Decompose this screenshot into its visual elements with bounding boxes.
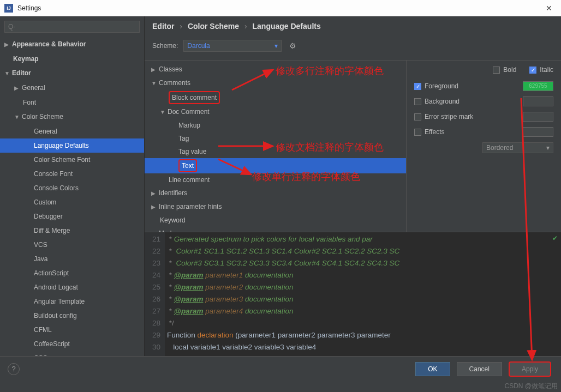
sidebar-item[interactable]: Editor bbox=[0, 66, 144, 81]
effects-dropdown[interactable]: Bordered ▾ bbox=[482, 142, 553, 153]
sidebar-item[interactable]: Angular Template bbox=[0, 294, 144, 309]
attribute-item[interactable]: Markup bbox=[145, 227, 406, 232]
tree-arrow-icon[interactable] bbox=[4, 39, 11, 50]
app-icon: IJ bbox=[4, 4, 13, 13]
sidebar-item[interactable]: Keymap bbox=[0, 52, 144, 66]
sidebar-item[interactable]: Diff & Merge bbox=[0, 224, 144, 238]
attribute-item[interactable]: Keyword bbox=[145, 214, 406, 227]
sidebar-item-label: General bbox=[22, 84, 45, 92]
tree-arrow-icon[interactable] bbox=[151, 64, 158, 75]
attribute-item-label: Comments bbox=[159, 79, 190, 87]
effects-checkbox[interactable]: Effects bbox=[414, 128, 444, 136]
sidebar-item-label: Appearance & Behavior bbox=[12, 40, 86, 48]
search-field[interactable] bbox=[4, 21, 140, 33]
sidebar-item[interactable]: VCS bbox=[0, 238, 144, 252]
attribute-item-label: Identifiers bbox=[159, 189, 187, 197]
breadcrumb-part[interactable]: Editor bbox=[152, 22, 174, 31]
sidebar-item[interactable]: Java bbox=[0, 252, 144, 266]
error-stripe-swatch[interactable] bbox=[523, 112, 553, 122]
dialog-footer: ? OK Cancel Apply bbox=[0, 356, 561, 381]
sidebar-item[interactable]: ActionScript bbox=[0, 266, 144, 280]
sidebar-item[interactable]: Font bbox=[0, 95, 144, 110]
editor-gutter: 21222324252627282930 bbox=[145, 232, 165, 367]
sidebar-item[interactable]: Language Defaults bbox=[0, 138, 144, 153]
sidebar-item[interactable]: Custom bbox=[0, 195, 144, 209]
attribute-item-label: Keyword bbox=[160, 216, 186, 224]
sidebar-item-label: VCS bbox=[34, 241, 47, 249]
watermark: CSDN @做笔记用 bbox=[504, 382, 558, 391]
attribute-item-label: Tag value bbox=[178, 148, 206, 155]
sidebar-item-label: Font bbox=[23, 99, 36, 106]
attribute-item[interactable]: Markup bbox=[145, 119, 406, 132]
editor-code[interactable]: * Generated spectrum to pick colors for … bbox=[165, 232, 561, 367]
error-stripe-checkbox[interactable]: Error stripe mark bbox=[414, 113, 473, 120]
cancel-button[interactable]: Cancel bbox=[457, 362, 502, 376]
attribute-item[interactable]: Identifiers bbox=[145, 186, 406, 200]
attribute-item[interactable]: Tag bbox=[145, 132, 406, 145]
background-swatch[interactable] bbox=[523, 97, 553, 106]
attribute-item[interactable]: Comments bbox=[145, 76, 406, 90]
attribute-item-label: Tag bbox=[178, 135, 189, 142]
sidebar-item-label: Buildout config bbox=[34, 312, 77, 319]
tree-arrow-icon[interactable] bbox=[160, 107, 166, 118]
tree-arrow-icon[interactable] bbox=[14, 83, 21, 94]
gear-icon[interactable]: ⚙ bbox=[287, 39, 299, 52]
sidebar-item-label: Debugger bbox=[34, 213, 63, 220]
bold-checkbox[interactable]: Bold bbox=[493, 66, 516, 74]
attribute-item[interactable]: Tag value bbox=[145, 145, 406, 158]
sidebar-item-label: Custom bbox=[34, 198, 56, 206]
sidebar-item[interactable]: Appearance & Behavior bbox=[0, 37, 144, 52]
foreground-swatch[interactable]: 629755 bbox=[523, 81, 553, 91]
attribute-item-label: Classes bbox=[159, 65, 182, 73]
effects-swatch[interactable] bbox=[523, 127, 553, 137]
tree-arrow-icon[interactable] bbox=[14, 112, 21, 123]
breadcrumb-part: Language Defaults bbox=[253, 22, 321, 31]
sidebar-item[interactable]: Debugger bbox=[0, 209, 144, 224]
attribute-item-label: Line comment bbox=[169, 176, 210, 184]
attribute-item[interactable]: Text bbox=[145, 158, 406, 173]
attribute-item[interactable]: Classes bbox=[145, 63, 406, 76]
ok-button[interactable]: OK bbox=[415, 362, 450, 376]
sidebar-item[interactable]: General bbox=[0, 81, 144, 95]
attribute-item[interactable]: Inline parameter hints bbox=[145, 200, 406, 214]
sidebar-item[interactable]: CFML bbox=[0, 323, 144, 337]
search-input[interactable] bbox=[4, 21, 140, 33]
sidebar-item[interactable]: Color Scheme bbox=[0, 110, 144, 124]
attribute-item[interactable]: Block comment bbox=[145, 90, 406, 105]
scheme-label: Scheme: bbox=[152, 42, 178, 50]
scheme-value: Darcula bbox=[187, 42, 210, 50]
tree-arrow-icon[interactable] bbox=[151, 78, 158, 89]
sidebar-item-label: ActionScript bbox=[34, 269, 69, 277]
sidebar-item[interactable]: General bbox=[0, 124, 144, 138]
tree-arrow-icon[interactable] bbox=[151, 202, 158, 213]
sidebar-item-label: Console Font bbox=[34, 170, 73, 178]
italic-checkbox[interactable]: Italic bbox=[529, 66, 553, 74]
inspection-ok-icon: ✔ bbox=[552, 234, 558, 242]
attribute-item[interactable]: Doc Comment bbox=[145, 105, 406, 119]
attribute-tree: ClassesCommentsBlock commentDoc CommentM… bbox=[145, 61, 406, 232]
attribute-item-label: Block comment bbox=[169, 91, 220, 104]
sidebar-item[interactable]: Console Font bbox=[0, 167, 144, 181]
breadcrumb: Editor › Color Scheme › Language Default… bbox=[145, 16, 561, 34]
chevron-down-icon: ▾ bbox=[274, 42, 278, 50]
tree-arrow-icon[interactable] bbox=[151, 188, 158, 199]
sidebar-item-label: Language Defaults bbox=[34, 142, 89, 149]
background-checkbox[interactable]: Background bbox=[414, 98, 459, 105]
scheme-dropdown[interactable]: Darcula ▾ bbox=[183, 40, 282, 52]
tree-arrow-icon[interactable] bbox=[4, 68, 11, 79]
sidebar-item[interactable]: Color Scheme Font bbox=[0, 153, 144, 167]
foreground-checkbox[interactable]: Foreground bbox=[414, 82, 458, 90]
help-button[interactable]: ? bbox=[8, 363, 20, 375]
sidebar-item[interactable]: Buildout config bbox=[0, 309, 144, 323]
settings-tree: Appearance & BehaviorKeymapEditorGeneral… bbox=[0, 37, 144, 367]
sidebar-item[interactable]: Android Logcat bbox=[0, 280, 144, 294]
sidebar-item-label: Editor bbox=[12, 69, 31, 77]
sidebar-item-label: CoffeeScript bbox=[34, 340, 70, 348]
sidebar-item[interactable]: Console Colors bbox=[0, 181, 144, 195]
close-icon[interactable]: ✕ bbox=[541, 2, 557, 15]
sidebar-item-label: Java bbox=[34, 255, 47, 263]
breadcrumb-part[interactable]: Color Scheme bbox=[188, 22, 239, 31]
attribute-item[interactable]: Line comment bbox=[145, 173, 406, 186]
apply-button[interactable]: Apply bbox=[509, 361, 551, 377]
sidebar-item[interactable]: CoffeeScript bbox=[0, 337, 144, 351]
